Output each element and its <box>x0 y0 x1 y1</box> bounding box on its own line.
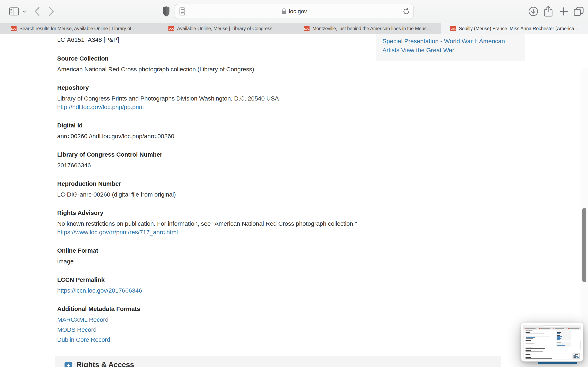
section-toggle-icon[interactable]: + <box>65 362 72 367</box>
field-label: Library of Congress Control Number <box>57 150 416 159</box>
repository-link[interactable]: http://hdl.loc.gov/loc.pnp/pp.print <box>57 103 144 111</box>
field-label: Digital Id <box>57 121 416 130</box>
mini-featured-box <box>556 342 571 347</box>
sidebar-toggle-icon[interactable] <box>9 7 19 16</box>
tab-title: Montzeville, just behind the American li… <box>312 26 431 31</box>
field-value: anrc 00260 //hdl.loc.gov/loc.pnp/anrc.00… <box>57 132 416 141</box>
record-metadata: LC-A6151- A348 [P&P] Source Collection A… <box>57 34 416 354</box>
scrollbar-track[interactable] <box>581 68 588 367</box>
field-control-number: Library of Congress Control Number 20176… <box>57 150 416 170</box>
rights-advisory-link[interactable]: https://www.loc.gov/rr/print/res/717_anr… <box>57 228 178 236</box>
field-label: Online Format <box>57 246 416 255</box>
field-repository: Repository Library of Congress Prints an… <box>57 83 416 111</box>
field-label: Additional Metadata Formats <box>57 305 416 313</box>
mini-nested-thumbnail <box>573 353 580 359</box>
lccn-permalink-link[interactable]: https://lccn.loc.gov/2017666346 <box>57 286 142 295</box>
field-reproduction-number: Reproduction Number LC-DIG-anrc-00260 (d… <box>57 179 416 199</box>
tab-overview-button[interactable] <box>573 6 584 17</box>
tab-bar: LOC Search results for Meuse, Available … <box>0 23 588 34</box>
screenshot-mini-browser <box>523 325 581 359</box>
loc-favicon: LOC <box>11 26 17 31</box>
loc-favicon: LOC <box>168 26 174 31</box>
tab-souilly-active[interactable]: LOC Souilly (Meuse) France. Miss Anna Ro… <box>441 23 588 34</box>
mini-scrollbar <box>580 341 580 350</box>
field-label: LCCN Permalink <box>57 275 416 284</box>
privacy-shield-icon[interactable] <box>163 6 170 17</box>
reload-icon[interactable] <box>403 8 410 15</box>
loc-favicon: LOC <box>450 26 456 31</box>
loc-favicon: LOC <box>304 26 310 31</box>
field-value: American National Red Cross photograph c… <box>57 65 416 74</box>
new-tab-button[interactable] <box>559 7 568 16</box>
field-value: 2017666346 <box>57 161 416 170</box>
rights-access-section[interactable]: + Rights & Access <box>55 356 501 367</box>
page-content: Special Presentation - World War I: Amer… <box>0 34 588 367</box>
sidebar-chevron-down-icon[interactable] <box>22 10 26 13</box>
share-button[interactable] <box>544 6 553 17</box>
field-label: Rights Advisory <box>57 209 416 217</box>
forward-button[interactable] <box>49 7 54 16</box>
browser-toolbar: loc.gov <box>0 0 588 23</box>
tab-montzeville[interactable]: LOC Montzeville, just behind the America… <box>294 23 441 34</box>
tab-search-results[interactable]: LOC Search results for Meuse, Available … <box>0 23 147 34</box>
field-online-format: Online Format image <box>57 246 416 266</box>
address-bar[interactable]: loc.gov <box>174 4 414 19</box>
dublin-core-record-link[interactable]: Dublin Core Record <box>57 335 110 344</box>
tab-title: Souilly (Meuse) France. Miss Anna Roches… <box>459 26 579 31</box>
field-lccn-permalink: LCCN Permalink https://lccn.loc.gov/2017… <box>57 275 416 295</box>
thumbnail-footer-bar <box>538 362 577 364</box>
field-label: Reproduction Number <box>57 179 416 188</box>
field-metadata-formats: Additional Metadata Formats MARCXML Reco… <box>57 305 416 344</box>
marcxml-record-link[interactable]: MARCXML Record <box>57 315 108 324</box>
lock-icon <box>282 8 286 15</box>
tab-available-online[interactable]: LOC Available Online, Meuse | Library of… <box>147 23 294 34</box>
field-source-collection: Source Collection American National Red … <box>57 54 416 74</box>
field-label: Repository <box>57 83 416 92</box>
tab-title: Available Online, Meuse | Library of Con… <box>177 26 272 31</box>
mini-page-body <box>523 329 581 359</box>
downloads-button[interactable] <box>528 6 539 17</box>
tab-title: Search results for Meuse, Available Onli… <box>19 26 136 31</box>
field-value: image <box>57 257 416 266</box>
screenshot-thumbnail-preview[interactable] <box>521 323 583 361</box>
mini-tab-bar <box>523 327 581 329</box>
call-number-value: LC-A6151- A348 [P&P] <box>57 35 416 44</box>
field-label: Source Collection <box>57 54 416 63</box>
field-digital-id: Digital Id anrc 00260 //hdl.loc.gov/loc.… <box>57 121 416 141</box>
mini-sidebar <box>556 330 571 341</box>
mini-toolbar <box>523 325 581 327</box>
back-button[interactable] <box>34 7 40 16</box>
mods-record-link[interactable]: MODS Record <box>57 325 96 334</box>
field-rights-advisory: Rights Advisory No known restrictions on… <box>57 209 416 236</box>
address-text: loc.gov <box>289 8 307 15</box>
scrollbar-thumb[interactable] <box>582 208 586 282</box>
field-value: No known restrictions on publication. Fo… <box>57 219 416 228</box>
field-value: LC-DIG-anrc-00260 (digital file from ori… <box>57 190 416 199</box>
field-value: Library of Congress Prints and Photograp… <box>57 94 416 103</box>
rights-access-title: Rights & Access <box>76 360 134 367</box>
